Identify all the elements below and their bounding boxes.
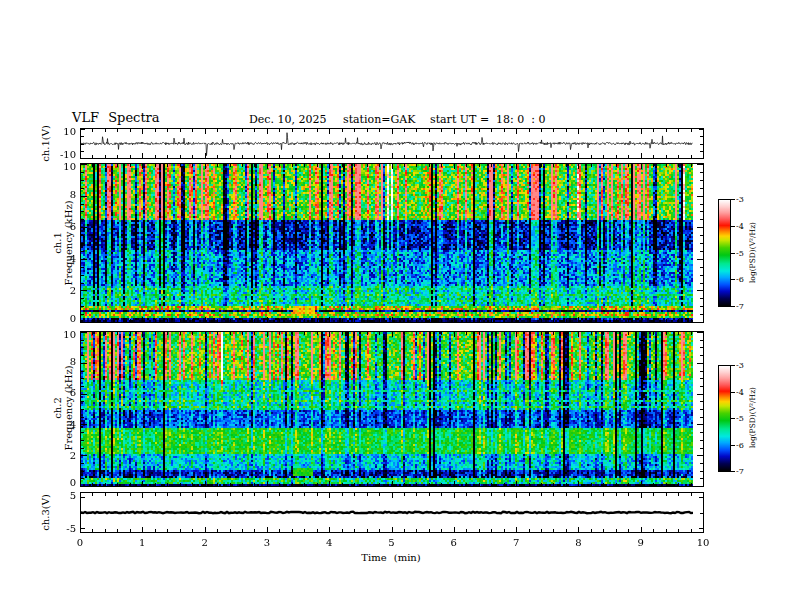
axis-tick [392, 317, 393, 322]
axis-tick [603, 155, 604, 158]
axis-tick [441, 483, 442, 486]
axis-tick [180, 164, 181, 167]
axis-tick [566, 129, 567, 132]
axis-tick [479, 483, 480, 486]
axis-tick [700, 471, 703, 472]
axis-tick [279, 493, 280, 496]
axis-tick [454, 317, 455, 322]
axis-tick [279, 483, 280, 486]
axis-tick [700, 275, 703, 276]
axis-tick [491, 529, 492, 532]
colorbar-tick [731, 226, 735, 227]
axis-tick [566, 164, 567, 167]
axis-tick [354, 493, 355, 496]
axis-tick [529, 529, 530, 532]
axis-tick [700, 463, 703, 464]
axis-tick [130, 332, 131, 335]
axis-tick [441, 319, 442, 322]
axis-tick [616, 493, 617, 496]
axis-tick [529, 332, 530, 335]
axis-tick [479, 129, 480, 132]
axis-tick [504, 529, 505, 532]
axis-tick [205, 332, 206, 337]
axis-tick [279, 164, 280, 167]
axis-tick [379, 529, 380, 532]
axis-tick [242, 129, 243, 132]
axis-tick [603, 529, 604, 532]
axis-tick [292, 319, 293, 322]
axis-tick [603, 332, 604, 335]
axis-tick [81, 283, 84, 284]
axis-tick [81, 251, 84, 252]
axis-tick [217, 129, 218, 132]
axis-tick [516, 317, 517, 322]
axis-tick [653, 483, 654, 486]
axis-tick [304, 155, 305, 158]
axis-tick [254, 319, 255, 322]
axis-tick [628, 493, 629, 496]
axis-tick [81, 275, 84, 276]
axis-tick [578, 481, 579, 486]
axis-tick [81, 204, 84, 205]
axis-tick [317, 332, 318, 335]
y-tick-label: 8 [42, 190, 76, 200]
axis-tick [279, 155, 280, 158]
y-tick-label: 8 [42, 357, 76, 367]
x-tick-label: 4 [316, 538, 342, 548]
axis-tick [92, 493, 93, 496]
colorbar-tick [731, 279, 735, 280]
axis-tick [541, 129, 542, 132]
axis-tick [578, 317, 579, 322]
axis-tick [703, 493, 704, 498]
axis-tick [416, 129, 417, 132]
colorbar-ch2-label: log(PSD)(V²/Hz) [749, 363, 758, 473]
axis-tick [230, 483, 231, 486]
station-label: station=GAK [343, 114, 415, 125]
axis-tick [342, 332, 343, 335]
axis-tick [697, 486, 703, 487]
axis-tick [466, 129, 467, 132]
axis-tick [578, 527, 579, 532]
axis-tick [566, 529, 567, 532]
axis-tick [700, 235, 703, 236]
axis-tick [167, 319, 168, 322]
axis-tick [81, 355, 84, 356]
axis-tick [697, 164, 703, 165]
axis-tick [392, 493, 393, 498]
axis-tick [479, 493, 480, 496]
axis-tick [678, 164, 679, 167]
axis-tick [192, 529, 193, 532]
axis-tick [354, 529, 355, 532]
axis-tick [254, 164, 255, 167]
axis-tick [217, 164, 218, 167]
axis-tick [697, 394, 703, 395]
axis-tick [404, 129, 405, 132]
axis-tick [504, 319, 505, 322]
axis-tick [342, 493, 343, 496]
axis-tick [105, 332, 106, 335]
axis-tick [703, 153, 704, 158]
axis-tick [367, 493, 368, 496]
axis-tick [379, 155, 380, 158]
axis-tick [329, 332, 330, 337]
axis-tick [454, 164, 455, 169]
axis-tick [416, 493, 417, 496]
axis-tick [691, 493, 692, 496]
axis-tick [205, 527, 206, 532]
axis-tick [641, 317, 642, 322]
axis-tick [516, 332, 517, 337]
axis-tick [205, 481, 206, 486]
axis-tick [180, 483, 181, 486]
axis-tick [81, 394, 87, 395]
axis-tick [217, 332, 218, 335]
axis-tick [529, 129, 530, 132]
y-tick-label: 4 [42, 254, 76, 264]
axis-tick [92, 129, 93, 132]
axis-tick [653, 332, 654, 335]
axis-tick [180, 529, 181, 532]
axis-tick [516, 129, 517, 134]
axis-tick [666, 332, 667, 335]
axis-tick [504, 332, 505, 335]
axis-tick [616, 155, 617, 158]
axis-tick [699, 528, 703, 529]
